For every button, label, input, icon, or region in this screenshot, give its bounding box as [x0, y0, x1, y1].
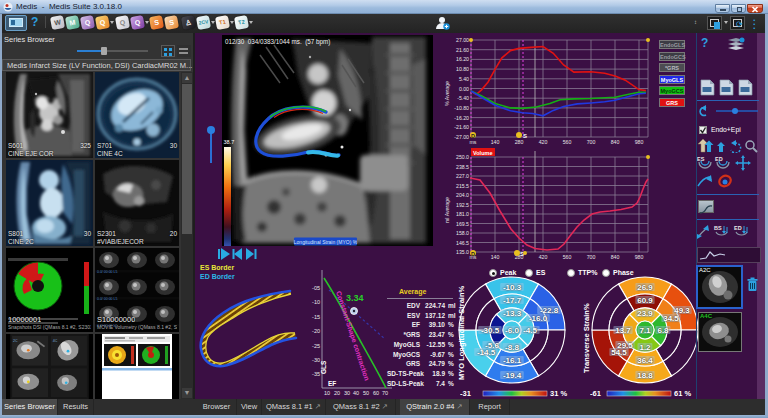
svg-text:-30.5: -30.5 — [481, 326, 500, 335]
svg-text:27.00: 27.00 — [456, 37, 469, 43]
svg-text:2C: 2C — [13, 339, 18, 343]
svg-text:980: 980 — [635, 139, 644, 145]
svg-text:16.20: 16.20 — [456, 56, 469, 62]
svg-text:204.0: 204.0 — [456, 192, 469, 198]
svg-text:26.9: 26.9 — [637, 283, 653, 292]
svg-text:-30: -30 — [312, 357, 320, 363]
svg-text:-16.0: -16.0 — [529, 314, 548, 323]
svg-text:EF: EF — [328, 380, 336, 387]
svg-text:-10: -10 — [312, 299, 320, 305]
svg-text:6.8: 6.8 — [657, 326, 669, 335]
svg-text:700: 700 — [587, 139, 596, 145]
svg-text:840: 840 — [611, 254, 620, 260]
svg-text:-21.60: -21.60 — [454, 124, 469, 130]
svg-text:21.60: 21.60 — [456, 47, 469, 53]
svg-text:227.0: 227.0 — [456, 173, 469, 179]
svg-text:238.5: 238.5 — [456, 164, 469, 170]
svg-text:S: S — [523, 133, 527, 139]
svg-text:ms: ms — [470, 139, 477, 145]
svg-text:-5.40: -5.40 — [457, 95, 469, 101]
svg-text:Transverse Strain%: Transverse Strain% — [582, 303, 591, 373]
svg-text:54.5: 54.5 — [611, 348, 627, 357]
svg-text:MYO Longitudinal Strain%: MYO Longitudinal Strain% — [457, 286, 466, 380]
svg-text:60.9: 60.9 — [637, 296, 653, 305]
svg-text:61 %: 61 % — [674, 389, 691, 398]
svg-text:3.34: 3.34 — [346, 293, 364, 303]
svg-text:0.0/ 00:00 L5: 0.0/ 00:00 L5 — [97, 270, 117, 274]
svg-text:-17.7: -17.7 — [503, 296, 522, 305]
svg-text:GLS: GLS — [320, 360, 327, 374]
svg-text:-14.5: -14.5 — [477, 348, 496, 357]
svg-text:18.8: 18.8 — [637, 371, 653, 380]
svg-text:70: 70 — [382, 390, 388, 396]
svg-text:169.5: 169.5 — [456, 221, 469, 227]
svg-text:-05: -05 — [312, 285, 320, 291]
svg-text:012/30 034/0383/1044 ms. (57: 012/30 034/0383/1044 ms. (57 bpm) — [225, 38, 330, 46]
svg-text:31 %: 31 % — [550, 389, 567, 398]
svg-text:-16.20: -16.20 — [454, 115, 469, 121]
svg-text:Volume: Volume — [473, 150, 492, 156]
svg-text:ml Average: ml Average — [444, 197, 450, 223]
svg-text:20: 20 — [334, 390, 340, 396]
svg-text:ED: ED — [734, 225, 742, 231]
svg-text:-27.00: -27.00 — [454, 134, 469, 140]
svg-text:560: 560 — [563, 139, 572, 145]
svg-text:215.5: 215.5 — [456, 183, 469, 189]
svg-text:-15: -15 — [312, 314, 320, 320]
svg-text:280: 280 — [515, 139, 524, 145]
svg-text:-19.4: -19.4 — [503, 371, 522, 380]
svg-text:420: 420 — [539, 254, 548, 260]
svg-text:-8.8: -8.8 — [505, 343, 519, 352]
svg-text:700: 700 — [587, 254, 596, 260]
svg-text:-20: -20 — [312, 328, 320, 334]
svg-text:BS: BS — [714, 225, 722, 231]
svg-text:4C: 4C — [53, 339, 58, 343]
svg-text:50: 50 — [363, 390, 369, 396]
svg-text:% Average: % Average — [444, 81, 450, 106]
svg-text:840: 840 — [611, 139, 620, 145]
svg-text:140: 140 — [491, 139, 500, 145]
svg-text:60: 60 — [373, 390, 379, 396]
svg-text:158.0: 158.0 — [456, 230, 469, 236]
svg-text:250.0: 250.0 — [456, 154, 469, 160]
svg-text:1.2: 1.2 — [639, 343, 651, 352]
svg-text:23.9: 23.9 — [637, 309, 653, 318]
svg-text:-31: -31 — [460, 389, 471, 398]
svg-text:-16.1: -16.1 — [503, 356, 522, 365]
svg-text:7.1: 7.1 — [639, 326, 651, 335]
svg-text:-25: -25 — [312, 343, 320, 349]
svg-text:13.7: 13.7 — [615, 326, 631, 335]
svg-text:Longitudinal Strain (MYO) %: Longitudinal Strain (MYO) % — [294, 239, 358, 245]
svg-text:980: 980 — [635, 254, 644, 260]
svg-text:36.4: 36.4 — [637, 356, 653, 365]
svg-text:560: 560 — [563, 254, 572, 260]
svg-text:5.40: 5.40 — [459, 76, 469, 82]
svg-text:40: 40 — [353, 390, 359, 396]
svg-text:-61: -61 — [590, 389, 601, 398]
svg-text:181.0: 181.0 — [456, 211, 469, 217]
svg-text:146.5: 146.5 — [456, 240, 469, 246]
svg-text:10: 10 — [324, 390, 330, 396]
svg-text:30: 30 — [344, 390, 350, 396]
svg-text:420: 420 — [539, 139, 548, 145]
svg-text:-35: -35 — [312, 371, 320, 377]
svg-text:0.00: 0.00 — [459, 86, 469, 92]
svg-text:10.80: 10.80 — [456, 66, 469, 72]
svg-text:-10.80: -10.80 — [454, 105, 469, 111]
svg-text:D: D — [471, 133, 475, 139]
svg-text:34.5: 34.5 — [663, 314, 679, 323]
svg-text:D: D — [471, 251, 475, 257]
svg-text:Constant-Shape contraction: Constant-Shape contraction — [334, 290, 371, 382]
svg-text:-13.3: -13.3 — [503, 309, 522, 318]
svg-text:135.0: 135.0 — [456, 249, 469, 255]
svg-text:-6.0: -6.0 — [505, 326, 519, 335]
svg-text:38.7: 38.7 — [224, 139, 235, 145]
svg-text:-4.5: -4.5 — [523, 326, 537, 335]
svg-text:-10.3: -10.3 — [503, 283, 522, 292]
svg-text:140: 140 — [491, 254, 500, 260]
svg-text:192.5: 192.5 — [456, 202, 469, 208]
